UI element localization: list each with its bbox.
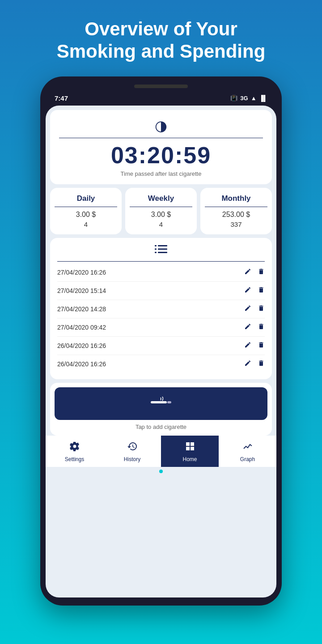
status-bar: 7:47 📳 3G ▲ ▐▌ — [46, 93, 276, 106]
phone-frame: 7:47 📳 3G ▲ ▐▌ ◑ 03:20:59 Time passed af… — [40, 76, 282, 606]
status-right: 📳 3G ▲ ▐▌ — [230, 95, 267, 102]
delete-icon[interactable] — [258, 360, 265, 369]
history-date: 27/04/2020 09:42 — [57, 324, 106, 331]
timer-divider — [59, 138, 263, 138]
home-icon — [185, 441, 195, 454]
edit-icon[interactable] — [244, 286, 251, 295]
timer-card: ◑ 03:20:59 Time passed after last cigare… — [50, 110, 272, 184]
stat-daily-title: Daily — [55, 194, 117, 207]
signal-text: 3G — [240, 95, 248, 102]
delete-icon[interactable] — [258, 286, 265, 295]
nav-item-history[interactable]: History — [103, 436, 161, 467]
history-row: 27/04/2020 09:42 — [57, 318, 265, 337]
list-icon — [155, 245, 167, 256]
history-actions — [244, 286, 265, 295]
history-row: 26/04/2020 16:26 — [57, 337, 265, 355]
history-actions — [244, 360, 265, 369]
edit-icon[interactable] — [244, 268, 251, 277]
history-card: 27/04/2020 16:26 27/04/2020 15:14 — [50, 238, 272, 379]
stats-row: Daily 3.00 $ 4 Weekly 3.00 $ 4 Monthly 2… — [50, 188, 272, 234]
dot-indicator — [159, 470, 163, 473]
signal-icon: ▲ — [251, 95, 257, 102]
add-cigarette-label: Tap to add cigarette — [55, 420, 267, 431]
clock-icon: ◑ — [59, 117, 263, 134]
nav-item-graph[interactable]: Graph — [219, 436, 276, 467]
svg-rect-0 — [155, 245, 157, 246]
nav-home-label: Home — [182, 456, 197, 462]
delete-icon[interactable] — [258, 268, 265, 277]
history-divider — [57, 261, 265, 262]
nav-settings-label: Settings — [65, 456, 84, 462]
svg-rect-3 — [158, 248, 167, 250]
stat-weekly-title: Weekly — [130, 194, 192, 207]
delete-icon[interactable] — [258, 323, 265, 332]
stat-monthly-count: 337 — [205, 220, 267, 228]
settings-icon — [69, 441, 80, 454]
add-cigarette-card: Tap to add cigarette — [50, 383, 272, 436]
history-row: 27/04/2020 14:28 — [57, 300, 265, 318]
stat-card-monthly: Monthly 253.00 $ 337 — [200, 188, 272, 234]
nav-item-settings[interactable]: Settings — [46, 436, 103, 467]
graph-icon — [242, 441, 253, 454]
page-title: Overview of Your Smoking and Spending — [30, 0, 292, 76]
history-row: 27/04/2020 15:14 — [57, 282, 265, 300]
stat-card-weekly: Weekly 3.00 $ 4 — [125, 188, 197, 234]
status-time: 7:47 — [55, 94, 68, 102]
nav-item-home[interactable]: Home — [161, 436, 219, 467]
phone-notch — [134, 85, 188, 88]
edit-icon[interactable] — [244, 341, 251, 350]
history-actions — [244, 305, 265, 314]
history-list: 27/04/2020 16:26 27/04/2020 15:14 — [57, 263, 265, 373]
stat-daily-count: 4 — [55, 220, 117, 228]
nav-graph-label: Graph — [240, 456, 255, 462]
stat-monthly-title: Monthly — [205, 194, 267, 207]
history-actions — [244, 268, 265, 277]
nav-history-label: History — [124, 456, 140, 462]
history-date: 27/04/2020 14:28 — [57, 305, 106, 313]
bottom-nav: Settings History Home — [46, 436, 276, 467]
vibrate-icon: 📳 — [230, 95, 237, 102]
delete-icon[interactable] — [258, 305, 265, 314]
edit-icon[interactable] — [244, 323, 251, 332]
delete-icon[interactable] — [258, 341, 265, 350]
history-actions — [244, 323, 265, 332]
history-row: 27/04/2020 16:26 — [57, 263, 265, 282]
screen-content: ◑ 03:20:59 Time passed after last cigare… — [46, 106, 276, 436]
edit-icon[interactable] — [244, 360, 251, 369]
svg-rect-5 — [158, 252, 167, 253]
history-date: 27/04/2020 15:14 — [57, 287, 106, 294]
svg-rect-2 — [155, 248, 157, 250]
svg-rect-1 — [158, 245, 167, 246]
stat-monthly-money: 253.00 $ — [205, 211, 267, 219]
stat-card-daily: Daily 3.00 $ 4 — [50, 188, 122, 234]
history-actions — [244, 341, 265, 350]
history-icon — [127, 441, 138, 454]
timer-label: Time passed after last cigarette — [59, 170, 263, 177]
stat-daily-money: 3.00 $ — [55, 211, 117, 219]
svg-rect-4 — [155, 252, 157, 253]
history-date: 26/04/2020 16:26 — [57, 342, 106, 349]
svg-rect-7 — [167, 401, 171, 403]
timer-display: 03:20:59 — [59, 142, 263, 169]
battery-icon: ▐▌ — [259, 95, 267, 102]
stat-weekly-money: 3.00 $ — [130, 211, 192, 219]
svg-rect-6 — [151, 401, 167, 403]
history-header — [57, 244, 265, 257]
edit-icon[interactable] — [244, 305, 251, 314]
history-date: 26/04/2020 16:26 — [57, 360, 106, 368]
history-row: 26/04/2020 16:26 — [57, 355, 265, 373]
history-date: 27/04/2020 16:26 — [57, 269, 106, 276]
phone-screen: ◑ 03:20:59 Time passed after last cigare… — [46, 106, 276, 597]
add-cigarette-button[interactable] — [55, 387, 267, 420]
stat-weekly-count: 4 — [130, 220, 192, 228]
